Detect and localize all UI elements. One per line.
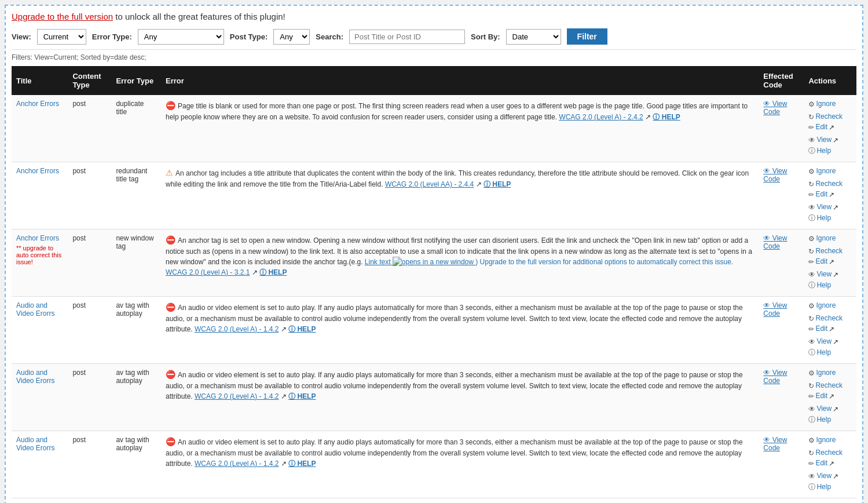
actions-cell: ⚙ Ignore ↻ Recheck ✏ Edit ↗ 👁 View ↗ ⓘ H… bbox=[804, 364, 856, 431]
recheck-link[interactable]: Recheck bbox=[815, 449, 843, 457]
view-code-link[interactable]: 👁 View Code bbox=[763, 100, 787, 116]
gear-icon: ⚙ bbox=[808, 369, 815, 377]
view-link[interactable]: View bbox=[816, 404, 832, 413]
title-link[interactable]: Audio and Video Erorrs bbox=[16, 369, 54, 385]
recheck-link[interactable]: Recheck bbox=[815, 112, 843, 121]
error-cell: ⛔Page title is blank or used for more th… bbox=[161, 95, 759, 162]
view-link[interactable]: View bbox=[816, 337, 832, 345]
edit-link[interactable]: Edit bbox=[815, 123, 827, 131]
table-row: Anchor Errors post duplicate title ⛔Page… bbox=[12, 95, 856, 162]
post-type-label: Post Type: bbox=[230, 32, 268, 41]
edit-link[interactable]: Edit bbox=[815, 459, 827, 467]
help-link[interactable]: ⓘ HELP bbox=[288, 392, 316, 400]
title-cell: Audio and Video Erorrs bbox=[12, 297, 68, 364]
filter-button[interactable]: Filter bbox=[567, 28, 607, 45]
title-link[interactable]: Anchor Errors bbox=[16, 167, 59, 175]
title-link[interactable]: Anchor Errors bbox=[16, 100, 59, 108]
help-action-link[interactable]: Help bbox=[816, 214, 831, 222]
sort-by-select[interactable]: Date Title Error Type bbox=[506, 29, 561, 45]
view-icon: 👁 bbox=[808, 271, 815, 279]
help-icon: ⓘ bbox=[808, 280, 815, 290]
view-select[interactable]: Current All Archived bbox=[37, 29, 86, 45]
errors-table: Title Content Type Error Type Error Effe… bbox=[12, 66, 856, 498]
help-action-link[interactable]: Help bbox=[816, 348, 831, 356]
col-error: Error bbox=[161, 66, 759, 95]
help-link[interactable]: ⓘ HELP bbox=[288, 325, 316, 333]
help-link[interactable]: ⓘ HELP bbox=[653, 113, 680, 121]
effected-code-cell: 👁 View Code bbox=[759, 297, 804, 364]
plugin-wrapper: Upgrade to the full version to unlock al… bbox=[5, 5, 863, 503]
view-link[interactable]: View bbox=[816, 270, 832, 278]
edit-link[interactable]: Edit bbox=[815, 190, 827, 198]
help-action-link[interactable]: Help bbox=[816, 415, 831, 424]
content-type-cell: post bbox=[68, 297, 111, 364]
ignore-link[interactable]: Ignore bbox=[816, 100, 836, 108]
view-icon: 👁 bbox=[808, 472, 815, 480]
edit-link[interactable]: Edit bbox=[815, 325, 827, 333]
col-actions: Actions bbox=[804, 66, 856, 95]
edit-icon: ✏ bbox=[808, 460, 814, 468]
edit-link[interactable]: Edit bbox=[815, 257, 827, 265]
wcag-link[interactable]: WCAG 2.0 (Level AA) - 2.4.4 bbox=[385, 180, 474, 188]
view-code-link[interactable]: 👁 View Code bbox=[763, 167, 787, 183]
actions-cell: ⚙ Ignore ↻ Recheck ✏ Edit ↗ 👁 View ↗ ⓘ H… bbox=[804, 95, 856, 162]
search-input[interactable] bbox=[349, 30, 465, 44]
ignore-link[interactable]: Ignore bbox=[816, 234, 836, 242]
help-link[interactable]: ⓘ HELP bbox=[484, 180, 511, 188]
upgrade-link[interactable]: Upgrade to the full version bbox=[12, 12, 113, 21]
title-link[interactable]: Audio and Video Erorrs bbox=[16, 301, 54, 318]
ignore-link[interactable]: Ignore bbox=[816, 436, 836, 444]
gear-icon: ⚙ bbox=[808, 302, 815, 310]
help-icon: ⓘ bbox=[808, 482, 815, 492]
recheck-link[interactable]: Recheck bbox=[815, 247, 843, 255]
view-link[interactable]: View bbox=[816, 472, 832, 480]
view-code-link[interactable]: 👁 View Code bbox=[763, 301, 787, 318]
error-cell: ⛔An audio or video element is set to aut… bbox=[161, 364, 759, 431]
search-label: Search: bbox=[316, 32, 343, 41]
col-error-type: Error Type bbox=[111, 66, 161, 95]
recheck-link[interactable]: Recheck bbox=[815, 314, 843, 322]
help-link[interactable]: ⓘ HELP bbox=[288, 460, 316, 468]
ignore-link[interactable]: Ignore bbox=[816, 167, 836, 175]
wcag-link[interactable]: WCAG 2.0 (Level A) - 1.4.2 bbox=[195, 325, 279, 333]
table-row: Anchor Errors ** upgrade to auto correct… bbox=[12, 229, 856, 297]
effected-code-cell: 👁 View Code bbox=[759, 95, 804, 162]
help-link[interactable]: ⓘ HELP bbox=[259, 268, 287, 276]
title-link[interactable]: Anchor Errors bbox=[16, 234, 59, 242]
edit-link[interactable]: Edit bbox=[815, 392, 827, 400]
ignore-link[interactable]: Ignore bbox=[816, 301, 836, 309]
error-type-cell: av tag with autoplay bbox=[111, 297, 161, 364]
view-code-link[interactable]: 👁 View Code bbox=[763, 234, 787, 250]
wcag-link[interactable]: WCAG 2.0 (Level A) - 1.4.2 bbox=[195, 460, 279, 468]
help-action-link[interactable]: Help bbox=[816, 147, 831, 155]
upgrade-banner: Upgrade to the full version to unlock al… bbox=[12, 12, 856, 21]
recheck-link[interactable]: Recheck bbox=[815, 180, 843, 188]
title-link[interactable]: Audio and Video Erorrs bbox=[16, 436, 54, 452]
effected-code-cell: 👁 View Code bbox=[759, 364, 804, 431]
help-action-link[interactable]: Help bbox=[816, 281, 831, 289]
post-type-select[interactable]: Any post page bbox=[273, 29, 310, 45]
gear-icon: ⚙ bbox=[808, 100, 815, 108]
effected-code-cell: 👁 View Code bbox=[759, 431, 804, 498]
view-code-link[interactable]: 👁 View Code bbox=[763, 436, 787, 452]
help-action-link[interactable]: Help bbox=[816, 483, 831, 491]
view-link[interactable]: View bbox=[816, 203, 832, 211]
edit-icon: ✏ bbox=[808, 123, 814, 132]
error-type-cell: duplicate title bbox=[111, 95, 161, 162]
error-type-cell: av tag with autoplay bbox=[111, 431, 161, 498]
error-type-select[interactable]: Any duplicate title redundant title tag … bbox=[138, 29, 224, 45]
view-link[interactable]: View bbox=[816, 136, 832, 144]
content-type-cell: post bbox=[68, 229, 111, 297]
view-code-link[interactable]: 👁 View Code bbox=[763, 369, 787, 385]
error-cell: ⛔An audio or video element is set to aut… bbox=[161, 297, 759, 364]
error-type-label: Error Type: bbox=[92, 32, 132, 41]
table-row: Audio and Video Erorrs post av tag with … bbox=[12, 297, 856, 364]
view-icon: 👁 bbox=[808, 136, 815, 144]
recheck-link[interactable]: Recheck bbox=[815, 381, 843, 389]
wcag-link[interactable]: WCAG 2.0 (Level A) - 1.4.2 bbox=[195, 392, 279, 400]
wcag-link[interactable]: WCAG 2.0 (Level A) - 2.4.2 bbox=[559, 113, 643, 121]
help-icon: ⓘ bbox=[808, 415, 815, 425]
error-icon-red: ⛔ bbox=[166, 101, 175, 110]
ignore-link[interactable]: Ignore bbox=[816, 369, 836, 377]
wcag-link[interactable]: WCAG 2.0 (Level A) - 3.2.1 bbox=[166, 268, 250, 276]
